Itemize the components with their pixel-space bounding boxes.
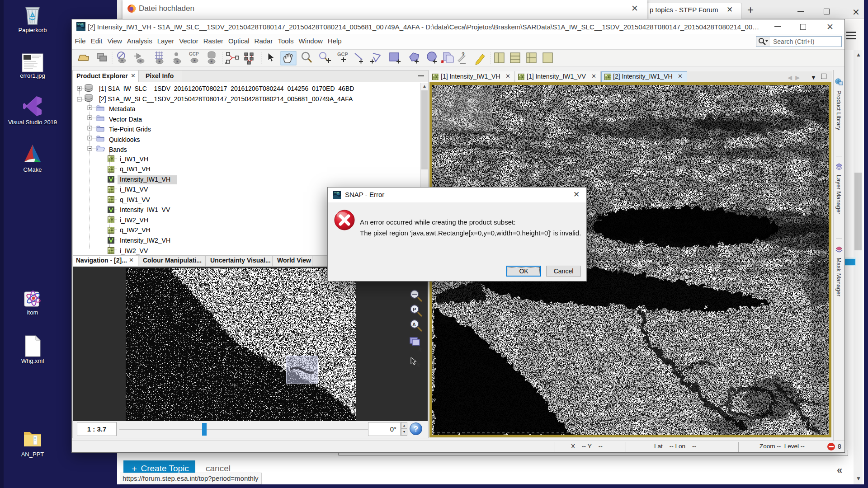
svg-text:?: ?: [462, 52, 465, 57]
svg-text:q_IW2_VH: q_IW2_VH: [120, 226, 151, 234]
svg-text:GCP: GCP: [189, 52, 199, 56]
svg-text:Intensity_IW2_VH: Intensity_IW2_VH: [120, 237, 170, 244]
svg-text:[1] S1A_IW_SLC__1SDV_20161206T: [1] S1A_IW_SLC__1SDV_20161206T080217_201…: [99, 85, 354, 92]
svg-text:Intensity_IW1_VH: Intensity_IW1_VH: [120, 176, 170, 183]
svg-text:GCP: GCP: [337, 52, 348, 57]
svg-text:i_IW2_VH: i_IW2_VH: [120, 216, 148, 224]
svg-text:[2] S1A_IW_SLC__1SDV_20150428T: [2] S1A_IW_SLC__1SDV_20150428T080147_201…: [99, 95, 353, 103]
svg-text:i_IW2_VV: i_IW2_VV: [120, 247, 148, 254]
svg-text:Vector Data: Vector Data: [109, 116, 142, 123]
svg-text:i_IW1_VH: i_IW1_VH: [120, 155, 148, 163]
svg-text:i_IW1_VV: i_IW1_VV: [120, 186, 148, 193]
svg-text:q_IW1_VH: q_IW1_VH: [120, 165, 151, 173]
svg-text:Metadata: Metadata: [109, 105, 136, 113]
svg-text:Quicklooks: Quicklooks: [109, 136, 140, 143]
svg-text:Intensity_IW1_VV: Intensity_IW1_VV: [120, 206, 170, 213]
svg-text:Bands: Bands: [109, 146, 127, 153]
svg-text:P: P: [413, 307, 416, 312]
svg-text:SNAP: SNAP: [77, 23, 84, 25]
svg-text:Tie-Point Grids: Tie-Point Grids: [109, 126, 151, 133]
svg-text:A: A: [412, 322, 416, 327]
svg-text:q_IW1_VV: q_IW1_VV: [120, 196, 151, 203]
svg-text:SNAP: SNAP: [334, 192, 340, 194]
